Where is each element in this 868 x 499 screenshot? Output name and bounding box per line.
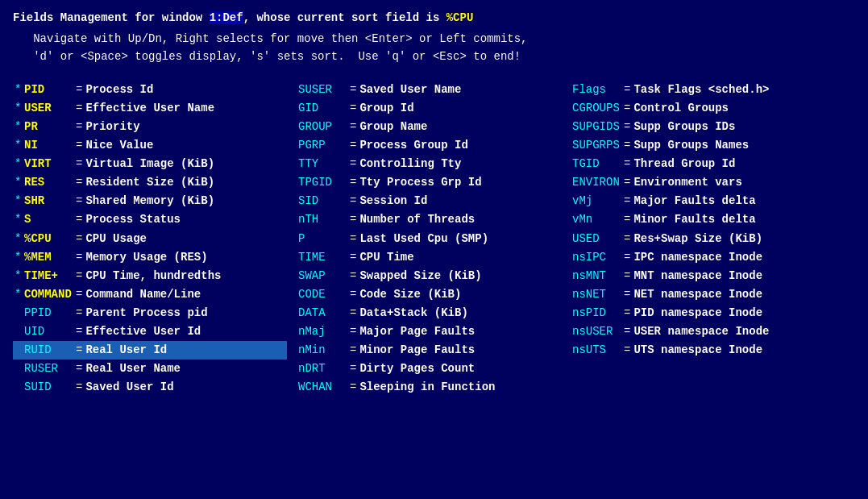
field-row: TGID = Thread Group Id — [561, 155, 867, 173]
field-description: Real User Name — [85, 360, 181, 378]
field-equals: = — [350, 304, 356, 322]
field-row: SWAP = Swapped Size (KiB) — [287, 267, 561, 285]
field-description: Thread Group Id — [633, 155, 735, 173]
field-abbr: USER — [24, 99, 73, 118]
instruction-line3: 'd' or <Space> toggles display, 's' sets… — [13, 48, 855, 65]
field-abbr: PID — [24, 81, 73, 99]
field-description: Process Group Id — [359, 136, 467, 155]
field-abbr: nsUSER — [572, 322, 621, 341]
field-description: Group Id — [359, 99, 413, 118]
header: Fields Management for window 1:Def, whos… — [13, 10, 855, 66]
field-equals: = — [624, 118, 630, 136]
field-equals: = — [350, 378, 356, 397]
field-description: Environment vars — [633, 173, 741, 192]
field-abbr: SUPGRPS — [572, 136, 621, 155]
field-equals: = — [350, 99, 356, 118]
field-description: Controlling Tty — [359, 155, 461, 173]
field-equals: = — [350, 230, 356, 248]
field-row: UID = Effective User Id — [13, 322, 287, 341]
field-description: Nice Value — [85, 136, 153, 155]
field-equals: = — [350, 136, 356, 155]
field-abbr: nMin — [298, 341, 347, 360]
field-description: Dirty Pages Count — [359, 360, 475, 378]
field-description: NET namespace Inode — [633, 285, 762, 304]
field-abbr: nsPID — [572, 304, 621, 322]
field-row: PGRP = Process Group Id — [287, 136, 561, 155]
field-row: SUSER = Saved User Name — [287, 81, 561, 99]
field-column-2: Flags = Task Flags <sched.h> CGROUPS = C… — [561, 81, 867, 397]
field-row: * USER = Effective User Name — [13, 99, 287, 118]
field-equals: = — [350, 360, 356, 378]
field-description: MNT namespace Inode — [633, 267, 762, 285]
field-abbr: vMj — [572, 192, 621, 210]
field-abbr: P — [298, 230, 347, 248]
field-row: RUSER = Real User Name — [13, 360, 287, 378]
field-abbr: SWAP — [298, 267, 347, 285]
header-line1: Fields Management for window 1:Def, whos… — [13, 10, 855, 27]
field-star: * — [15, 248, 23, 267]
field-equals: = — [624, 192, 630, 210]
field-description: Group Name — [359, 118, 427, 136]
field-row: nsNET = NET namespace Inode — [561, 285, 867, 304]
field-equals: = — [624, 81, 630, 99]
field-column-1: SUSER = Saved User Name GID = Group Id G… — [287, 81, 561, 397]
field-abbr: VIRT — [24, 155, 73, 173]
field-equals: = — [624, 155, 630, 173]
field-equals: = — [76, 210, 82, 229]
field-description: IPC namespace Inode — [633, 248, 762, 267]
field-equals: = — [624, 322, 630, 341]
field-row: USED = Res+Swap Size (KiB) — [561, 230, 867, 248]
field-abbr: nMaj — [298, 322, 347, 341]
field-equals: = — [76, 304, 82, 322]
field-description: Swapped Size (KiB) — [359, 267, 481, 285]
field-equals: = — [76, 341, 82, 360]
field-description: Res+Swap Size (KiB) — [633, 230, 762, 248]
field-equals: = — [350, 210, 356, 229]
field-abbr: ENVIRON — [572, 173, 621, 192]
field-row: SUPGRPS = Supp Groups Names — [561, 136, 867, 155]
field-row: * PR = Priority — [13, 118, 287, 136]
field-row: TIME = CPU Time — [287, 248, 561, 267]
field-row: * PID = Process Id — [13, 81, 287, 99]
field-description: CPU Time, hundredths — [85, 267, 221, 285]
field-description: Control Groups — [633, 99, 729, 118]
field-row: nTH = Number of Threads — [287, 210, 561, 229]
field-abbr: %CPU — [24, 230, 73, 248]
field-abbr: nsMNT — [572, 267, 621, 285]
field-abbr: nsUTS — [572, 341, 621, 360]
field-row: Flags = Task Flags <sched.h> — [561, 81, 867, 99]
field-equals: = — [350, 81, 356, 99]
field-equals: = — [624, 173, 630, 192]
field-equals: = — [76, 322, 82, 341]
field-description: Code Size (KiB) — [359, 285, 461, 304]
field-row: * S = Process Status — [13, 210, 287, 229]
field-abbr: nTH — [298, 210, 347, 229]
fields-table: * PID = Process Id* USER = Effective Use… — [13, 81, 855, 397]
field-abbr: nDRT — [298, 360, 347, 378]
field-description: USER namespace Inode — [633, 322, 769, 341]
field-abbr: GROUP — [298, 118, 347, 136]
field-equals: = — [76, 267, 82, 285]
field-description: Shared Memory (KiB) — [85, 192, 214, 210]
field-description: Command Name/Line — [85, 285, 201, 304]
field-abbr: CGROUPS — [572, 99, 621, 118]
field-equals: = — [624, 136, 630, 155]
field-abbr: GID — [298, 99, 347, 118]
header-text-before: Fields Management for window — [13, 11, 210, 24]
field-equals: = — [624, 341, 630, 360]
field-equals: = — [76, 378, 82, 397]
field-equals: = — [350, 192, 356, 210]
field-equals: = — [76, 192, 82, 210]
field-abbr: PR — [24, 118, 73, 136]
instructions: Navigate with Up/Dn, Right selects for m… — [13, 30, 855, 66]
field-row: * %MEM = Memory Usage (RES) — [13, 248, 287, 267]
field-equals: = — [350, 118, 356, 136]
field-description: Memory Usage (RES) — [85, 248, 207, 267]
field-row: PPID = Parent Process pid — [13, 304, 287, 322]
field-row: nsIPC = IPC namespace Inode — [561, 248, 867, 267]
field-description: Virtual Image (KiB) — [85, 155, 214, 173]
field-description: Task Flags <sched.h> — [633, 81, 769, 99]
field-description: Number of Threads — [359, 210, 475, 229]
field-row: CODE = Code Size (KiB) — [287, 285, 561, 304]
field-description: Supp Groups Names — [633, 136, 749, 155]
